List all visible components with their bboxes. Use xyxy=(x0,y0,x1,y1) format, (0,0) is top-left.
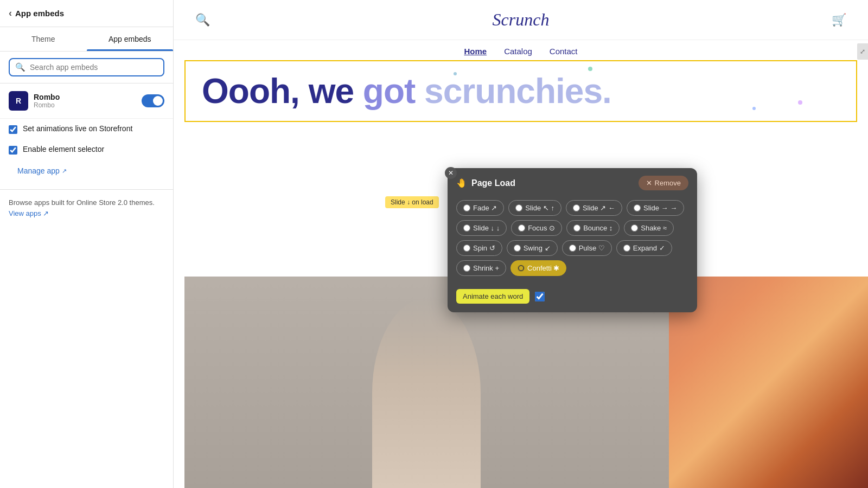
store-logo: Scrunch xyxy=(493,10,550,30)
option-shake-radio[interactable] xyxy=(631,224,638,232)
anim-panel-header: 🤚 Page Load ✕ Remove xyxy=(448,168,697,196)
collapse-icon: ⤢ xyxy=(860,48,865,55)
sidebar-footer: Browse apps built for Online Store 2.0 t… xyxy=(0,189,173,226)
app-sub: Rombo xyxy=(34,101,136,109)
nav-contact[interactable]: Contact xyxy=(550,47,578,56)
anim-options-grid: Fade ↗ Slide ↖ ↑ Slide ↗ ← Slide → → Sli xyxy=(448,196,697,284)
tab-app-embeds[interactable]: App embeds xyxy=(87,27,174,51)
hero-word-scrunchies: scrunchies. xyxy=(424,72,611,111)
option-swing-radio[interactable] xyxy=(514,245,521,252)
anim-panel-title: 🤚 Page Load xyxy=(456,178,515,188)
option-spin-radio[interactable] xyxy=(463,245,470,252)
panel-close-button[interactable]: ✕ xyxy=(445,167,457,179)
option-focus-radio[interactable] xyxy=(518,224,525,232)
option-pulse[interactable]: Pulse ♡ xyxy=(562,240,612,256)
remove-button[interactable]: ✕ Remove xyxy=(639,176,688,190)
sidebar: ‹ App embeds Theme App embeds 🔍 R Rombo … xyxy=(0,0,174,488)
view-apps-link[interactable]: View apps ↗ xyxy=(9,209,49,217)
hero-section: Oooh, we got scrunchies. xyxy=(184,60,857,122)
sidebar-header: ‹ App embeds xyxy=(0,0,173,27)
main-preview: 🔍 Scrunch 🛒 Home Catalog Contact Oooh, w… xyxy=(174,0,868,488)
hero-word-got: got xyxy=(363,72,424,111)
checkbox-element-selector: Enable element selector xyxy=(0,139,173,160)
option-slide-up[interactable]: Slide ↖ ↑ xyxy=(508,200,561,216)
back-label: App embeds xyxy=(15,9,64,18)
store-header: 🔍 Scrunch 🛒 xyxy=(174,0,868,40)
search-icon: 🔍 xyxy=(15,62,25,72)
option-confetti-radio[interactable] xyxy=(518,265,525,272)
cart-icon[interactable]: 🛒 xyxy=(832,13,846,27)
search-wrap: 🔍 xyxy=(0,52,173,84)
slide-badge: Slide ↓ on load xyxy=(385,196,439,208)
external-link-icon: ↗ xyxy=(62,168,67,175)
option-focus[interactable]: Focus ⊙ xyxy=(511,220,562,236)
option-fade[interactable]: Fade ↗ xyxy=(456,200,504,216)
app-info: Rombo Rombo xyxy=(34,93,136,109)
option-slide-right-radio[interactable] xyxy=(634,204,641,211)
app-row: R Rombo Rombo xyxy=(0,84,173,119)
storefront: 🔍 Scrunch 🛒 Home Catalog Contact Oooh, w… xyxy=(174,0,868,488)
option-bounce-radio[interactable] xyxy=(573,224,580,232)
nav-home[interactable]: Home xyxy=(464,47,487,56)
external-icon: ↗ xyxy=(43,209,49,217)
checkbox-element-selector-input[interactable] xyxy=(9,146,17,155)
option-swing[interactable]: Swing ↙ xyxy=(507,240,558,256)
animation-panel: 🤚 Page Load ✕ Remove Fade ↗ Slide ↖ ↑ xyxy=(448,168,697,312)
search-input-row: 🔍 xyxy=(9,58,164,76)
store-nav: Home Catalog Contact xyxy=(174,40,868,60)
tab-theme[interactable]: Theme xyxy=(0,27,87,51)
manage-app-link[interactable]: Manage app ↗ xyxy=(9,162,75,183)
checkbox-set-animations: Set animations live on Storefront xyxy=(0,119,173,139)
option-slide-down-radio[interactable] xyxy=(463,224,470,232)
hero-text: Oooh, we got scrunchies. xyxy=(202,72,840,110)
animate-word-row: Animate each word xyxy=(448,284,697,312)
option-slide-up-radio[interactable] xyxy=(515,204,522,211)
option-slide-diag-radio[interactable] xyxy=(573,204,580,211)
search-store-icon[interactable]: 🔍 xyxy=(195,13,210,27)
remove-x-icon: ✕ xyxy=(646,179,652,187)
option-confetti[interactable]: Confetti ✱ xyxy=(510,260,566,276)
option-shrink-radio[interactable] xyxy=(463,265,470,272)
hand-shape xyxy=(372,298,481,488)
animate-each-word-checkbox[interactable] xyxy=(535,292,545,301)
nav-catalog[interactable]: Catalog xyxy=(504,47,532,56)
dot-1 xyxy=(588,67,592,71)
option-slide-down[interactable]: Slide ↓ ↓ xyxy=(456,220,507,236)
back-icon: ‹ xyxy=(9,8,12,19)
manage-link-wrap: Manage app ↗ xyxy=(0,160,173,189)
option-pulse-radio[interactable] xyxy=(569,245,576,252)
hero-right-image xyxy=(669,277,869,488)
option-slide-right[interactable]: Slide → → xyxy=(627,200,684,216)
option-shrink[interactable]: Shrink + xyxy=(456,260,506,276)
animate-word-label: Animate each word xyxy=(456,289,529,304)
toggle-app[interactable] xyxy=(142,94,164,107)
back-button[interactable]: ‹ App embeds xyxy=(9,8,64,19)
hero-word-we: we xyxy=(309,72,363,111)
option-slide-diag[interactable]: Slide ↗ ← xyxy=(566,200,622,216)
option-fade-radio[interactable] xyxy=(463,204,470,211)
tabs-row: Theme App embeds xyxy=(0,27,173,52)
checkbox-set-animations-label: Set animations live on Storefront xyxy=(23,124,132,133)
panel-title-icon: 🤚 xyxy=(456,178,467,188)
checkbox-set-animations-input[interactable] xyxy=(9,125,17,134)
option-expand-radio[interactable] xyxy=(623,245,630,252)
option-expand[interactable]: Expand ✓ xyxy=(616,240,672,256)
collapse-button[interactable]: ⤢ xyxy=(857,43,868,60)
app-icon: R xyxy=(9,91,28,111)
app-name: Rombo xyxy=(34,93,136,101)
option-spin[interactable]: Spin ↺ xyxy=(456,240,502,256)
checkbox-element-selector-label: Enable element selector xyxy=(23,145,104,153)
search-input[interactable] xyxy=(30,63,158,72)
option-bounce[interactable]: Bounce ↕ xyxy=(566,220,620,236)
hero-word-oooh: Oooh, xyxy=(202,72,309,111)
option-shake[interactable]: Shake ≈ xyxy=(624,220,674,236)
